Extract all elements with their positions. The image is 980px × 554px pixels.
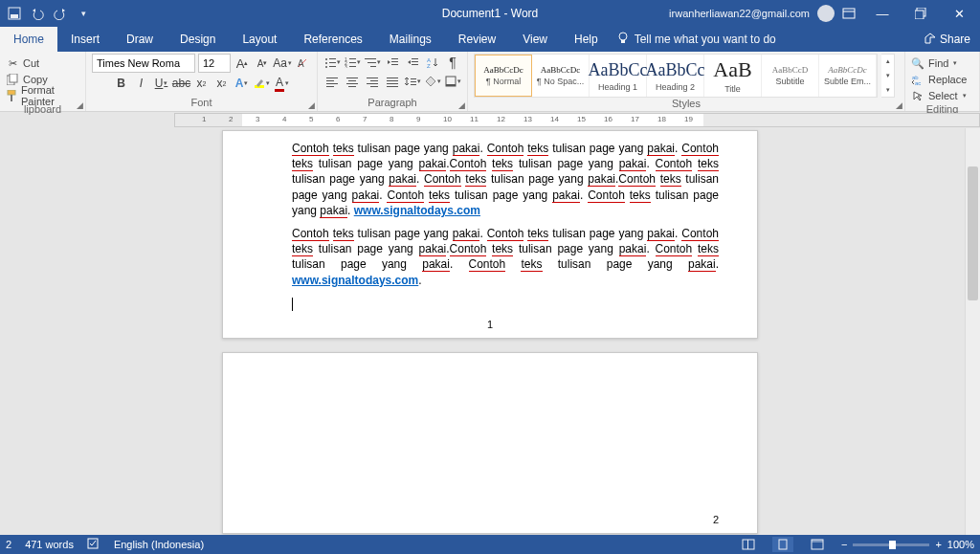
justify-button[interactable] — [384, 73, 401, 90]
zoom-slider[interactable] — [853, 543, 929, 546]
font-color-button[interactable]: A▾ — [274, 75, 291, 92]
show-marks-button[interactable]: ¶ — [444, 54, 461, 71]
text-effects-button[interactable]: A▾ — [234, 75, 251, 92]
borders-button[interactable]: ▾ — [444, 73, 461, 90]
grow-font-button[interactable]: A▴ — [234, 55, 251, 72]
underline-button[interactable]: U▾ — [153, 75, 170, 92]
zoom-slider-thumb[interactable] — [889, 541, 896, 549]
restore-button[interactable] — [902, 0, 940, 27]
superscript-button[interactable]: x2 — [213, 75, 231, 92]
horizontal-ruler[interactable]: 12345678910111213141516171819 — [174, 113, 980, 127]
svg-rect-36 — [326, 78, 338, 78]
font-name-combo[interactable] — [92, 54, 195, 73]
subscript-button[interactable]: x2 — [193, 75, 211, 92]
increase-indent-button[interactable] — [404, 54, 421, 71]
paragraph-text[interactable] — [292, 296, 719, 311]
svg-rect-42 — [346, 83, 358, 84]
find-button[interactable]: 🔍Find▾ — [911, 55, 957, 71]
select-button[interactable]: Select▾ — [911, 88, 967, 103]
page-1[interactable]: Contoh teks tulisan page yang pakai. Con… — [222, 130, 758, 339]
align-center-button[interactable] — [344, 73, 361, 90]
document-area[interactable]: Contoh teks tulisan page yang pakai. Con… — [0, 128, 980, 535]
tab-draw[interactable]: Draw — [113, 27, 167, 52]
style-no-spacing[interactable]: AaBbCcDc¶ No Spac... — [532, 55, 590, 97]
styles-gallery[interactable]: AaBbCcDc¶ Normal AaBbCcDc¶ No Spac... Aa… — [474, 54, 878, 98]
minimize-button[interactable]: — — [863, 0, 902, 27]
style-heading-1[interactable]: AaBbCcHeading 1 — [590, 55, 647, 97]
web-layout-button[interactable] — [807, 537, 828, 552]
font-launcher-icon[interactable]: ◢ — [308, 100, 315, 110]
replace-button[interactable]: abacReplace — [911, 72, 967, 87]
tab-insert[interactable]: Insert — [57, 27, 113, 52]
shrink-font-button[interactable]: A▾ — [254, 55, 271, 72]
svg-rect-30 — [391, 64, 398, 65]
read-mode-button[interactable] — [738, 537, 759, 552]
italic-button[interactable]: I — [133, 75, 150, 92]
scrollbar-thumb[interactable] — [968, 166, 978, 300]
svg-rect-22 — [349, 62, 356, 63]
ribbon-options-icon[interactable] — [842, 8, 856, 19]
style-title[interactable]: AaBTitle — [704, 55, 762, 97]
align-left-button[interactable] — [323, 73, 341, 90]
user-email[interactable]: irwanherliawan22@gmail.com — [669, 8, 810, 19]
find-label: Find — [928, 57, 948, 69]
tab-references[interactable]: References — [290, 27, 375, 52]
format-painter-button[interactable]: Format Painter — [6, 88, 79, 103]
tab-design[interactable]: Design — [167, 27, 229, 52]
tab-layout[interactable]: Layout — [229, 27, 290, 52]
zoom-out-button[interactable]: − — [841, 539, 847, 550]
tab-help[interactable]: Help — [561, 27, 612, 52]
redo-icon[interactable] — [50, 4, 71, 23]
tab-mailings[interactable]: Mailings — [376, 27, 445, 52]
change-case-button[interactable]: Aa▾ — [274, 55, 291, 72]
hyperlink[interactable]: www.signaltodays.com — [292, 274, 418, 287]
bullets-button[interactable]: ▾ — [323, 54, 341, 71]
style-subtle-emphasis[interactable]: AaBbCcDcSubtle Em... — [819, 55, 877, 97]
paragraph-text[interactable]: Contoh teks tulisan page yang pakai. Con… — [292, 226, 719, 288]
tab-review[interactable]: Review — [445, 27, 509, 52]
status-spellcheck[interactable] — [87, 538, 100, 551]
sort-button[interactable]: AZ — [424, 54, 441, 71]
cut-button[interactable]: ✂Cut — [6, 55, 39, 71]
qat-more-icon[interactable]: ▾ — [73, 4, 94, 23]
zoom-level[interactable]: 100% — [947, 539, 974, 550]
status-page[interactable]: 2 — [6, 539, 11, 550]
decrease-indent-button[interactable] — [384, 54, 401, 71]
save-icon[interactable] — [4, 4, 25, 23]
paragraph-launcher-icon[interactable]: ◢ — [458, 100, 465, 110]
tell-me[interactable]: Tell me what you want to do — [617, 27, 776, 52]
style-heading-2[interactable]: AaBbCcHeading 2 — [647, 55, 704, 97]
clipboard-launcher-icon[interactable]: ◢ — [77, 100, 83, 110]
share-button[interactable]: Share — [915, 27, 980, 52]
font-size-combo[interactable] — [198, 54, 231, 73]
status-language[interactable]: English (Indonesia) — [114, 539, 204, 550]
line-spacing-button[interactable]: ▾ — [404, 73, 421, 90]
strikethrough-button[interactable]: abc — [173, 75, 190, 92]
vertical-scrollbar[interactable] — [965, 128, 980, 535]
align-right-button[interactable] — [364, 73, 381, 90]
multilevel-list-button[interactable]: ▾ — [364, 54, 381, 71]
svg-rect-62 — [779, 540, 787, 549]
page-2[interactable]: 2 — [222, 352, 758, 534]
hyperlink[interactable]: www.signaltodays.com — [354, 204, 480, 217]
zoom-in-button[interactable]: + — [935, 539, 941, 550]
highlight-button[interactable]: ▾ — [254, 75, 271, 92]
shading-button[interactable]: ▾ — [424, 73, 441, 90]
svg-rect-20 — [349, 58, 356, 59]
status-words[interactable]: 471 words — [25, 539, 74, 550]
numbering-button[interactable]: 123▾ — [344, 54, 361, 71]
style-subtitle[interactable]: AaBbCcDSubtitle — [762, 55, 819, 97]
clear-formatting-button[interactable]: A — [294, 55, 311, 72]
styles-gallery-more[interactable]: ▴▾▾ — [881, 54, 895, 98]
avatar[interactable] — [817, 5, 835, 22]
styles-launcher-icon[interactable]: ◢ — [896, 100, 902, 110]
bold-button[interactable]: B — [113, 75, 130, 92]
tab-view[interactable]: View — [509, 27, 561, 52]
tab-home[interactable]: Home — [0, 27, 57, 52]
style-normal[interactable]: AaBbCcDc¶ Normal — [475, 55, 532, 97]
undo-icon[interactable] — [27, 4, 48, 23]
paragraph-text[interactable]: Contoh teks tulisan page yang pakai. Con… — [292, 141, 719, 218]
print-layout-button[interactable] — [772, 537, 793, 552]
group-editing: 🔍Find▾ abacReplace Select▾ Editing — [905, 52, 980, 111]
close-button[interactable]: ✕ — [940, 0, 978, 27]
